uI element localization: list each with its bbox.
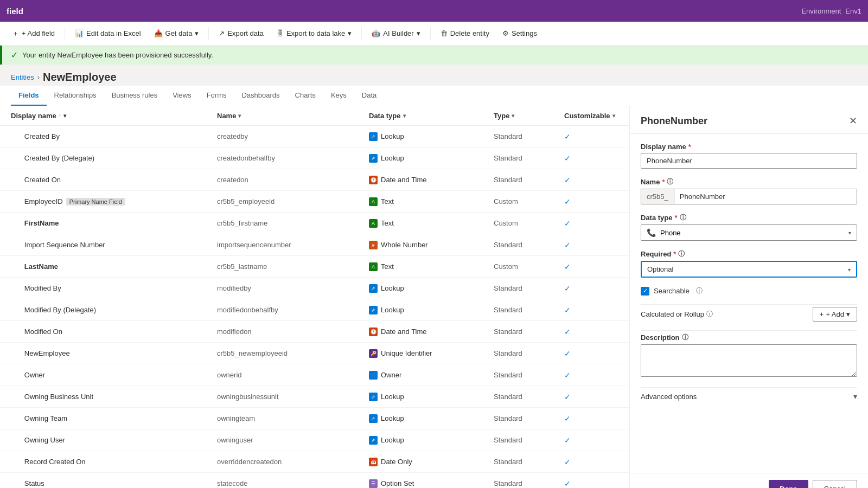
required-label: Required * ⓘ xyxy=(641,249,857,259)
col-display-name[interactable]: Display name ↑ ▾ xyxy=(7,106,213,125)
data-type-display[interactable]: 📞 Phone xyxy=(641,225,857,240)
row-action-btn[interactable]: ··· xyxy=(11,413,21,423)
table-row[interactable]: ··· Owner ownerid 👤 Owner Standard ✓ xyxy=(0,364,629,386)
customizable-check: ✓ xyxy=(564,393,571,401)
tab-dashboards[interactable]: Dashboards xyxy=(234,86,287,106)
export-data-button[interactable]: ↗ Export data xyxy=(213,27,269,40)
calc-label: Calculated or Rollup ⓘ xyxy=(641,310,713,319)
dtype-icon: A xyxy=(369,262,378,271)
row-action-btn[interactable]: ··· xyxy=(11,370,21,380)
tab-business-rules[interactable]: Business rules xyxy=(104,86,165,106)
tab-charts[interactable]: Charts xyxy=(288,86,323,106)
table-body: ··· Created By createdby ⇗ Lookup Standa… xyxy=(0,126,629,488)
tab-keys[interactable]: Keys xyxy=(323,86,354,106)
cell-display-name: ··· FirstName xyxy=(7,213,213,234)
cell-customizable: ✓ xyxy=(560,474,625,489)
required-info-icon[interactable]: ⓘ xyxy=(678,249,685,259)
description-textarea[interactable] xyxy=(641,344,857,377)
cell-display-name: ··· Import Sequence Number xyxy=(7,234,213,255)
row-action-btn[interactable]: ··· xyxy=(11,240,21,250)
edit-excel-button[interactable]: 📊 Edit data in Excel xyxy=(69,27,146,40)
col-customizable[interactable]: Customizable ▾ xyxy=(560,106,625,125)
cell-data-type: ⇗ Lookup xyxy=(365,149,489,168)
name-input[interactable] xyxy=(674,189,857,204)
table-row[interactable]: ··· Created By (Delegate) createdonbehal… xyxy=(0,147,629,169)
done-button[interactable]: Done xyxy=(769,480,808,488)
table-row[interactable]: ··· Modified By (Delegate) modifiedonbeh… xyxy=(0,299,629,321)
delete-entity-button[interactable]: 🗑 Delete entity xyxy=(435,27,495,40)
cell-name: cr5b5_newemployeeid xyxy=(213,344,365,363)
cell-display-name: ··· Owning Business Unit xyxy=(7,386,213,407)
table-row[interactable]: ··· Status statecode ☰ Option Set Standa… xyxy=(0,473,629,488)
export-lake-button[interactable]: 🗄 Export to data lake ▾ xyxy=(271,27,357,40)
calc-info-icon[interactable]: ⓘ xyxy=(706,310,713,319)
cell-name: createdon xyxy=(213,170,365,189)
tab-data[interactable]: Data xyxy=(354,86,384,106)
searchable-checkbox[interactable]: ✓ xyxy=(641,287,649,296)
settings-button[interactable]: ⚙ Settings xyxy=(497,27,542,40)
table-row[interactable]: ··· Modified By modifiedby ⇗ Lookup Stan… xyxy=(0,278,629,299)
panel-close-button[interactable]: ✕ xyxy=(849,115,857,127)
cell-name: ownerid xyxy=(213,365,365,384)
row-action-btn[interactable]: ··· xyxy=(11,348,21,358)
table-row[interactable]: ··· NewEmployee cr5b5_newemployeeid 🔑 Un… xyxy=(0,343,629,364)
cell-display-name: ··· LastName xyxy=(7,256,213,277)
searchable-info-icon[interactable]: ⓘ xyxy=(696,286,703,296)
tab-views[interactable]: Views xyxy=(165,86,199,106)
row-action-btn[interactable]: ··· xyxy=(11,305,21,315)
breadcrumb-entities-link[interactable]: Entities xyxy=(11,73,34,81)
tab-fields[interactable]: Fields xyxy=(11,86,47,106)
row-action-btn[interactable]: ··· xyxy=(11,175,21,185)
table-row[interactable]: ··· Modified On modifiedon 🕐 Date and Ti… xyxy=(0,321,629,343)
cell-data-type: 📅 Date Only xyxy=(365,452,489,472)
row-action-btn[interactable]: ··· xyxy=(11,218,21,228)
table-row[interactable]: ··· Owning Team owningteam ⇗ Lookup Stan… xyxy=(0,408,629,429)
get-data-button[interactable]: 📥 Get data ▾ xyxy=(149,27,205,40)
row-action-btn[interactable]: ··· xyxy=(11,478,21,488)
panel-body: Display name * Name * ⓘ cr5b5_ xyxy=(630,134,868,473)
col-data-type[interactable]: Data type ▾ xyxy=(365,106,489,125)
app-title: field xyxy=(7,7,23,16)
table-row[interactable]: ··· Owning User owninguser ⇗ Lookup Stan… xyxy=(0,429,629,451)
table-row[interactable]: ··· Import Sequence Number importsequenc… xyxy=(0,234,629,256)
tab-relationships[interactable]: Relationships xyxy=(47,86,104,106)
top-bar: field Environment Env1 xyxy=(0,0,868,22)
row-action-btn[interactable]: ··· xyxy=(11,457,21,467)
dtype-icon: ⇗ xyxy=(369,393,378,401)
row-action-btn[interactable]: ··· xyxy=(11,153,21,163)
sort-dtype-icon: ▾ xyxy=(403,113,406,119)
table-row[interactable]: ··· EmployeeID Primary Name Field cr5b5_… xyxy=(0,191,629,213)
customizable-check: ✓ xyxy=(564,458,571,466)
cell-customizable: ✓ xyxy=(560,322,625,342)
name-info-icon[interactable]: ⓘ xyxy=(667,177,673,187)
col-name[interactable]: Name ▾ xyxy=(213,106,365,125)
cancel-button[interactable]: Cancel xyxy=(813,480,857,488)
cell-data-type: 🔑 Unique Identifier xyxy=(365,344,489,363)
display-name-input[interactable] xyxy=(641,153,857,169)
table-row[interactable]: ··· Record Created On overriddencreatedo… xyxy=(0,451,629,473)
row-action-btn[interactable]: ··· xyxy=(11,196,21,207)
table-row[interactable]: ··· Created On createdon 🕐 Date and Time… xyxy=(0,169,629,191)
required-select[interactable]: Optional Business Required Business Reco… xyxy=(642,262,856,277)
row-action-btn[interactable]: ··· xyxy=(11,435,21,445)
ai-builder-button[interactable]: 🤖 AI Builder ▾ xyxy=(366,27,425,40)
table-row[interactable]: ··· Created By createdby ⇗ Lookup Standa… xyxy=(0,126,629,147)
calc-add-button[interactable]: + + Add ▾ xyxy=(813,307,857,322)
cell-data-type: A Text xyxy=(365,214,489,233)
table-row[interactable]: ··· Owning Business Unit owningbusinessu… xyxy=(0,386,629,408)
row-action-btn[interactable]: ··· xyxy=(11,391,21,402)
table-row[interactable]: ··· LastName cr5b5_lastname A Text Custo… xyxy=(0,256,629,278)
tab-forms[interactable]: Forms xyxy=(199,86,234,106)
col-type[interactable]: Type ▾ xyxy=(489,106,560,125)
row-action-btn[interactable]: ··· xyxy=(11,326,21,337)
row-action-btn[interactable]: ··· xyxy=(11,283,21,293)
data-type-info-icon[interactable]: ⓘ xyxy=(680,213,686,222)
description-info-icon[interactable]: ⓘ xyxy=(682,333,688,342)
row-action-btn[interactable]: ··· xyxy=(11,261,21,272)
table-row[interactable]: ··· FirstName cr5b5_firstname A Text Cus… xyxy=(0,213,629,234)
advanced-options-row[interactable]: Advanced options ▾ xyxy=(641,387,857,405)
data-type-select-wrapper: 📞 Phone ▾ xyxy=(641,224,857,241)
add-field-button[interactable]: ＋ + Add field xyxy=(7,26,60,41)
cell-type: Standard xyxy=(489,431,560,450)
row-action-btn[interactable]: ··· xyxy=(11,131,21,142)
